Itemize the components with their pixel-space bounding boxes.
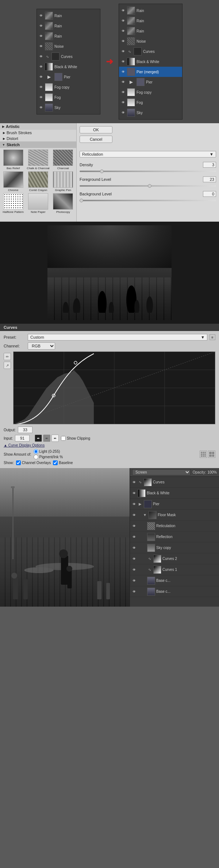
- filter-thumb-photocopy[interactable]: Photocopy: [51, 193, 75, 214]
- layer-row[interactable]: 👁 Noise: [37, 41, 100, 51]
- layer-row[interactable]: 👁 Fog copy: [37, 82, 100, 92]
- layer-row[interactable]: 👁 ∿ Curves: [119, 46, 182, 57]
- channel-overlays-checkbox[interactable]: Channel Overlays: [16, 460, 51, 465]
- foreground-slider[interactable]: [80, 184, 216, 189]
- ok-button[interactable]: OK: [80, 126, 112, 133]
- filter-thumb-halftone[interactable]: Halftone Pattern: [1, 193, 25, 214]
- layer-row[interactable]: 👁 Rain: [37, 21, 100, 31]
- final-layer-sky-copy[interactable]: 👁 Sky copy: [130, 542, 219, 553]
- visibility-eye[interactable]: 👁: [131, 556, 137, 561]
- curves-options-btn[interactable]: ≡: [210, 334, 215, 340]
- visibility-eye[interactable]: 👁: [120, 39, 126, 44]
- visibility-eye[interactable]: 👁: [131, 534, 137, 540]
- white-point-eyedropper[interactable]: ✒: [51, 435, 59, 442]
- final-layer-base1[interactable]: 👁 Base c...: [130, 575, 219, 586]
- final-layer-curves-adj[interactable]: 👁 ∿ Curves: [130, 477, 219, 488]
- filter-thumb-chrome[interactable]: Chrome: [1, 171, 25, 192]
- filter-thumb-graphic-pen[interactable]: Graphic Pen: [51, 171, 75, 192]
- visibility-eye[interactable]: 👁: [131, 502, 137, 507]
- visibility-eye[interactable]: 👁: [38, 54, 43, 59]
- visibility-eye[interactable]: 👁: [38, 105, 43, 110]
- filter-thumb-charcoal[interactable]: Charcoal: [51, 149, 75, 170]
- visibility-eye[interactable]: 👁: [120, 59, 126, 64]
- visibility-eye[interactable]: 👁: [131, 578, 137, 583]
- output-value[interactable]: 33: [18, 427, 32, 433]
- layer-row[interactable]: 👁 ▶ Pier: [37, 72, 100, 82]
- layer-row[interactable]: 👁 Fog copy: [119, 87, 182, 97]
- blend-mode-select[interactable]: Screen Normal Multiply Overlay: [132, 469, 191, 475]
- visibility-eye[interactable]: 👁: [38, 95, 43, 100]
- visibility-eye[interactable]: 👁: [120, 18, 126, 23]
- small-grid-btn[interactable]: [200, 451, 207, 458]
- radio-pigment[interactable]: Pigment/Ink %: [34, 455, 63, 459]
- final-layer-reflection[interactable]: 👁 Reflection: [130, 532, 219, 542]
- curves-point-tool[interactable]: ↗: [4, 362, 11, 369]
- visibility-eye[interactable]: 👁: [38, 34, 43, 39]
- visibility-eye[interactable]: 👁: [131, 491, 137, 496]
- filter-thumb-bas-relief[interactable]: Bas Relief: [1, 149, 25, 170]
- layer-row[interactable]: 👁 Black & White: [37, 62, 100, 72]
- density-slider[interactable]: [80, 170, 216, 174]
- filter-category-artistic[interactable]: ▶ Artistic: [0, 123, 76, 130]
- black-point-eyedropper[interactable]: ✒: [35, 435, 42, 442]
- filter-category-brush-strokes[interactable]: ▶ Brush Strokes: [0, 130, 76, 136]
- input-value[interactable]: 91: [15, 435, 30, 441]
- final-layer-pier-group[interactable]: 👁 ▶ Pier: [130, 499, 219, 510]
- curve-display-options-toggle[interactable]: ▲ Curve Display Options: [4, 443, 215, 447]
- filter-thumb-chalk-charcoal[interactable]: Chalk & Charcoal: [26, 149, 50, 170]
- layer-row[interactable]: 👁 Noise: [119, 36, 182, 46]
- final-layer-curves2[interactable]: 👁 ∿ Curves 2: [130, 553, 219, 564]
- visibility-eye[interactable]: 👁: [38, 74, 43, 79]
- filter-thumb-conte-crayon[interactable]: Conté Crayon: [26, 171, 50, 192]
- filter-category-distort[interactable]: ▶ Distort: [0, 136, 76, 141]
- layer-row[interactable]: 👁 Fog: [37, 92, 100, 102]
- layer-row[interactable]: 👁 Black & White: [119, 57, 182, 67]
- visibility-eye[interactable]: 👁: [131, 567, 137, 572]
- final-layer-base2[interactable]: 👁 Base c...: [130, 586, 219, 597]
- final-layer-bw[interactable]: 👁 Black & White: [130, 488, 219, 499]
- cancel-button[interactable]: Cancel: [80, 136, 112, 143]
- visibility-eye[interactable]: 👁: [131, 480, 137, 485]
- layer-row[interactable]: 👁 ∿ Curves: [37, 51, 100, 62]
- filter-thumb-note-paper[interactable]: Note Paper: [26, 193, 50, 214]
- layer-row[interactable]: 👁 Rain: [37, 31, 100, 41]
- background-slider[interactable]: [80, 199, 216, 203]
- final-layer-curves1[interactable]: 👁 ∿ Curves 1: [130, 564, 219, 575]
- visibility-eye[interactable]: 👁: [38, 85, 43, 90]
- density-value[interactable]: 3: [203, 162, 216, 168]
- layer-row[interactable]: 👁 Rain: [119, 26, 182, 36]
- visibility-eye[interactable]: 👁: [120, 110, 126, 115]
- channel-select[interactable]: RGB Red Green Blue: [28, 342, 55, 350]
- layer-row[interactable]: 👁 Rain: [37, 11, 100, 21]
- curves-pencil-tool[interactable]: ✏: [4, 353, 11, 360]
- visibility-eye[interactable]: 👁: [120, 49, 126, 54]
- layer-row[interactable]: 👁 Sky: [119, 108, 182, 118]
- layer-row-selected[interactable]: 👁 Pier (merged): [119, 67, 182, 77]
- visibility-eye[interactable]: 👁: [131, 589, 137, 594]
- gray-point-eyedropper[interactable]: ✒: [43, 435, 50, 442]
- visibility-eye[interactable]: 👁: [120, 79, 126, 85]
- final-layer-reticulation[interactable]: 👁 Reticulation: [130, 521, 219, 532]
- visibility-eye[interactable]: 👁: [120, 69, 126, 74]
- visibility-eye[interactable]: 👁: [120, 100, 126, 105]
- large-grid-btn[interactable]: [208, 451, 215, 458]
- filter-category-sketch[interactable]: ▼ Sketch: [0, 141, 76, 148]
- layer-row[interactable]: 👁 Fog: [119, 97, 182, 108]
- filter-type-dropdown[interactable]: Reticulation ▼: [80, 151, 216, 157]
- visibility-eye[interactable]: 👁: [131, 513, 137, 518]
- final-layer-floor-mask[interactable]: 👁 ▼ Floor Mask: [130, 510, 219, 521]
- baseline-checkbox[interactable]: Baseline: [53, 460, 73, 465]
- preset-dropdown[interactable]: Custom ▼: [28, 334, 207, 340]
- visibility-eye[interactable]: 👁: [120, 28, 126, 34]
- layer-row[interactable]: 👁 Sky: [37, 102, 100, 113]
- visibility-eye[interactable]: 👁: [120, 90, 126, 95]
- visibility-eye[interactable]: 👁: [38, 13, 43, 18]
- foreground-level-value[interactable]: 23: [203, 176, 216, 182]
- layer-row[interactable]: 👁 Rain: [119, 16, 182, 26]
- visibility-eye[interactable]: 👁: [131, 523, 137, 529]
- layer-row[interactable]: 👁 Rain: [119, 5, 182, 16]
- radio-light[interactable]: Light (0-255): [34, 449, 63, 454]
- radio-pigment-input[interactable]: [34, 455, 38, 459]
- layer-row[interactable]: 👁 ▶ Pier: [119, 77, 182, 87]
- visibility-eye[interactable]: 👁: [131, 545, 137, 550]
